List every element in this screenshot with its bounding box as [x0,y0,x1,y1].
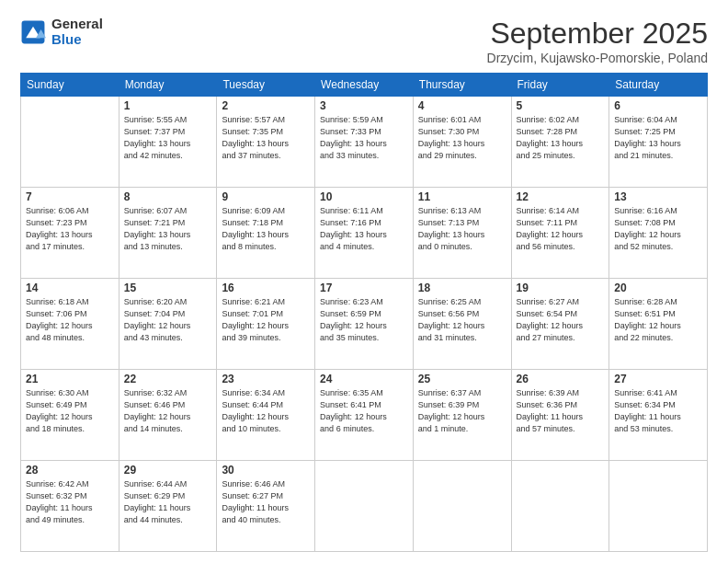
calendar-cell: 17Sunrise: 6:23 AM Sunset: 6:59 PM Dayli… [315,279,414,370]
calendar-cell: 25Sunrise: 6:37 AM Sunset: 6:39 PM Dayli… [413,370,511,461]
day-number: 28 [26,464,114,477]
day-info: Sunrise: 5:55 AM Sunset: 7:37 PM Dayligh… [124,114,212,162]
logo-text: General Blue [51,17,103,47]
weekday-header: Friday [511,74,609,97]
calendar-cell [315,461,414,552]
calendar-cell: 29Sunrise: 6:44 AM Sunset: 6:29 PM Dayli… [119,461,217,552]
day-info: Sunrise: 6:30 AM Sunset: 6:49 PM Dayligh… [26,387,114,435]
calendar-cell: 30Sunrise: 6:46 AM Sunset: 6:27 PM Dayli… [217,461,315,552]
weekday-header: Wednesday [315,74,414,97]
calendar-cell [511,461,609,552]
day-info: Sunrise: 6:25 AM Sunset: 6:56 PM Dayligh… [418,296,506,344]
calendar-cell [609,461,708,552]
calendar-table: SundayMondayTuesdayWednesdayThursdayFrid… [20,73,708,552]
day-info: Sunrise: 6:04 AM Sunset: 7:25 PM Dayligh… [614,114,702,162]
calendar-cell [413,461,511,552]
logo-blue: Blue [51,32,103,48]
calendar-cell: 3Sunrise: 5:59 AM Sunset: 7:33 PM Daylig… [315,97,414,188]
day-info: Sunrise: 6:35 AM Sunset: 6:41 PM Dayligh… [320,387,408,435]
day-number: 18 [418,282,506,294]
day-info: Sunrise: 6:06 AM Sunset: 7:23 PM Dayligh… [26,205,114,253]
location: Drzycim, Kujawsko-Pomorskie, Poland [487,51,708,65]
day-info: Sunrise: 6:27 AM Sunset: 6:54 PM Dayligh… [517,296,605,344]
day-info: Sunrise: 6:02 AM Sunset: 7:28 PM Dayligh… [517,114,605,162]
day-number: 20 [614,282,702,294]
calendar-cell: 20Sunrise: 6:28 AM Sunset: 6:51 PM Dayli… [609,279,708,370]
calendar-cell: 14Sunrise: 6:18 AM Sunset: 7:06 PM Dayli… [21,279,119,370]
day-info: Sunrise: 6:11 AM Sunset: 7:16 PM Dayligh… [320,205,408,253]
calendar-cell: 5Sunrise: 6:02 AM Sunset: 7:28 PM Daylig… [511,97,609,188]
calendar-cell: 6Sunrise: 6:04 AM Sunset: 7:25 PM Daylig… [609,97,708,188]
day-number: 7 [26,190,114,203]
day-info: Sunrise: 6:44 AM Sunset: 6:29 PM Dayligh… [124,478,212,526]
day-info: Sunrise: 6:09 AM Sunset: 7:18 PM Dayligh… [222,205,310,253]
day-number: 8 [124,190,212,203]
weekday-header: Saturday [609,74,708,97]
calendar-cell: 19Sunrise: 6:27 AM Sunset: 6:54 PM Dayli… [511,279,609,370]
calendar-cell: 9Sunrise: 6:09 AM Sunset: 7:18 PM Daylig… [217,188,315,279]
day-info: Sunrise: 6:16 AM Sunset: 7:08 PM Dayligh… [614,205,702,253]
day-number: 15 [124,282,212,294]
day-info: Sunrise: 6:23 AM Sunset: 6:59 PM Dayligh… [320,296,408,344]
day-number: 14 [26,282,114,294]
logo-general: General [51,17,103,32]
day-number: 9 [222,190,310,203]
day-number: 2 [222,99,310,112]
title-block: September 2025 Drzycim, Kujawsko-Pomorsk… [487,17,708,65]
calendar-cell: 4Sunrise: 6:01 AM Sunset: 7:30 PM Daylig… [413,97,511,188]
day-number: 11 [418,190,506,203]
day-number: 27 [614,373,702,385]
weekday-header: Sunday [21,74,119,97]
page-header: General Blue September 2025 Drzycim, Kuj… [20,17,708,65]
day-number: 1 [124,99,212,112]
day-number: 29 [124,464,212,477]
calendar-cell: 15Sunrise: 6:20 AM Sunset: 7:04 PM Dayli… [119,279,217,370]
calendar-cell: 2Sunrise: 5:57 AM Sunset: 7:35 PM Daylig… [217,97,315,188]
day-info: Sunrise: 6:28 AM Sunset: 6:51 PM Dayligh… [614,296,702,344]
day-info: Sunrise: 6:14 AM Sunset: 7:11 PM Dayligh… [517,205,605,253]
calendar-cell: 21Sunrise: 6:30 AM Sunset: 6:49 PM Dayli… [21,370,119,461]
day-info: Sunrise: 6:18 AM Sunset: 7:06 PM Dayligh… [26,296,114,344]
day-number: 13 [614,190,702,203]
calendar-cell: 13Sunrise: 6:16 AM Sunset: 7:08 PM Dayli… [609,188,708,279]
calendar-cell: 11Sunrise: 6:13 AM Sunset: 7:13 PM Dayli… [413,188,511,279]
calendar-cell: 27Sunrise: 6:41 AM Sunset: 6:34 PM Dayli… [609,370,708,461]
day-info: Sunrise: 6:34 AM Sunset: 6:44 PM Dayligh… [222,387,310,435]
day-number: 25 [418,373,506,385]
day-info: Sunrise: 5:57 AM Sunset: 7:35 PM Dayligh… [222,114,310,162]
day-info: Sunrise: 6:46 AM Sunset: 6:27 PM Dayligh… [222,478,310,526]
weekday-header-row: SundayMondayTuesdayWednesdayThursdayFrid… [21,74,708,97]
day-info: Sunrise: 6:32 AM Sunset: 6:46 PM Dayligh… [124,387,212,435]
logo-icon [20,19,46,45]
calendar-cell: 1Sunrise: 5:55 AM Sunset: 7:37 PM Daylig… [119,97,217,188]
day-info: Sunrise: 6:20 AM Sunset: 7:04 PM Dayligh… [124,296,212,344]
calendar-week-row: 21Sunrise: 6:30 AM Sunset: 6:49 PM Dayli… [21,370,708,461]
calendar-cell: 12Sunrise: 6:14 AM Sunset: 7:11 PM Dayli… [511,188,609,279]
calendar-cell: 26Sunrise: 6:39 AM Sunset: 6:36 PM Dayli… [511,370,609,461]
day-number: 16 [222,282,310,294]
calendar-cell: 18Sunrise: 6:25 AM Sunset: 6:56 PM Dayli… [413,279,511,370]
calendar-week-row: 7Sunrise: 6:06 AM Sunset: 7:23 PM Daylig… [21,188,708,279]
calendar-week-row: 28Sunrise: 6:42 AM Sunset: 6:32 PM Dayli… [21,461,708,552]
calendar-cell: 22Sunrise: 6:32 AM Sunset: 6:46 PM Dayli… [119,370,217,461]
day-info: Sunrise: 6:21 AM Sunset: 7:01 PM Dayligh… [222,296,310,344]
day-info: Sunrise: 6:41 AM Sunset: 6:34 PM Dayligh… [614,387,702,435]
calendar-week-row: 1Sunrise: 5:55 AM Sunset: 7:37 PM Daylig… [21,97,708,188]
weekday-header: Thursday [413,74,511,97]
logo: General Blue [20,17,103,47]
weekday-header: Monday [119,74,217,97]
day-number: 12 [517,190,605,203]
day-number: 30 [222,464,310,477]
day-info: Sunrise: 6:37 AM Sunset: 6:39 PM Dayligh… [418,387,506,435]
day-number: 10 [320,190,408,203]
calendar-cell: 23Sunrise: 6:34 AM Sunset: 6:44 PM Dayli… [217,370,315,461]
day-info: Sunrise: 6:42 AM Sunset: 6:32 PM Dayligh… [26,478,114,526]
day-number: 24 [320,373,408,385]
day-info: Sunrise: 6:01 AM Sunset: 7:30 PM Dayligh… [418,114,506,162]
day-info: Sunrise: 6:39 AM Sunset: 6:36 PM Dayligh… [517,387,605,435]
day-number: 19 [517,282,605,294]
calendar-cell: 16Sunrise: 6:21 AM Sunset: 7:01 PM Dayli… [217,279,315,370]
calendar-cell [21,97,119,188]
calendar-cell: 24Sunrise: 6:35 AM Sunset: 6:41 PM Dayli… [315,370,414,461]
day-info: Sunrise: 6:07 AM Sunset: 7:21 PM Dayligh… [124,205,212,253]
